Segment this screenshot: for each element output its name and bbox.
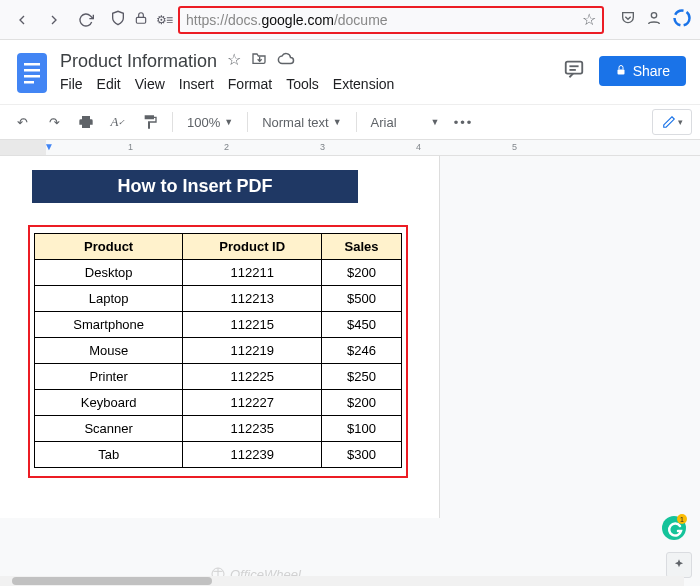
table-cell[interactable]: 112211 [183, 260, 322, 286]
table-row[interactable]: Tab112239$300 [35, 442, 402, 468]
table-cell[interactable]: 112239 [183, 442, 322, 468]
forward-button[interactable] [40, 6, 68, 34]
back-button[interactable] [8, 6, 36, 34]
table-cell[interactable]: Keyboard [35, 390, 183, 416]
undo-button[interactable]: ↶ [8, 108, 36, 136]
ruler[interactable]: ▼ 1 2 3 4 5 [0, 140, 700, 156]
table-cell[interactable]: $246 [322, 338, 402, 364]
explore-button[interactable] [666, 552, 692, 578]
comments-icon[interactable] [563, 58, 585, 84]
bookmark-star-icon[interactable]: ☆ [582, 10, 596, 29]
ruler-tick: 4 [416, 142, 421, 152]
ruler-tick: 3 [320, 142, 325, 152]
toolbar: ↶ ↷ A✓ 100%▼ Normal text▼ Arial▼ ••• ▾ [0, 104, 700, 140]
font-dropdown[interactable]: Arial▼ [365, 115, 446, 130]
svg-rect-4 [24, 63, 40, 66]
table-cell[interactable]: 112235 [183, 416, 322, 442]
zoom-dropdown[interactable]: 100%▼ [181, 115, 239, 130]
col-header[interactable]: Sales [322, 234, 402, 260]
redo-button[interactable]: ↷ [40, 108, 68, 136]
menu-file[interactable]: File [60, 76, 83, 92]
table-cell[interactable]: $300 [322, 442, 402, 468]
more-tools-button[interactable]: ••• [450, 108, 478, 136]
reload-button[interactable] [72, 6, 100, 34]
address-bar[interactable]: https://docs.google.com/docume ☆ [178, 6, 604, 34]
data-table[interactable]: Product Product ID Sales Desktop112211$2… [34, 233, 402, 468]
svg-point-1 [651, 12, 656, 17]
table-cell[interactable]: $250 [322, 364, 402, 390]
table-cell[interactable]: Tab [35, 442, 183, 468]
table-cell[interactable]: Desktop [35, 260, 183, 286]
table-cell[interactable]: Mouse [35, 338, 183, 364]
table-row[interactable]: Desktop112211$200 [35, 260, 402, 286]
table-cell[interactable]: 112225 [183, 364, 322, 390]
svg-text:1: 1 [680, 516, 684, 523]
table-row[interactable]: Printer112225$250 [35, 364, 402, 390]
pocket-icon[interactable] [620, 10, 636, 30]
share-button[interactable]: Share [599, 56, 686, 86]
account-icon[interactable] [646, 10, 662, 30]
data-table-highlight: Product Product ID Sales Desktop112211$2… [28, 225, 408, 478]
table-cell[interactable]: 112215 [183, 312, 322, 338]
table-cell[interactable]: $450 [322, 312, 402, 338]
col-header[interactable]: Product ID [183, 234, 322, 260]
table-cell[interactable]: Smartphone [35, 312, 183, 338]
table-row[interactable]: Mouse112219$246 [35, 338, 402, 364]
permissions-icon[interactable]: ⚙≡ [156, 13, 172, 27]
svg-point-2 [675, 10, 690, 25]
table-row[interactable]: Scanner112235$100 [35, 416, 402, 442]
menu-view[interactable]: View [135, 76, 165, 92]
table-cell[interactable]: Laptop [35, 286, 183, 312]
paint-format-button[interactable] [136, 108, 164, 136]
shield-icon[interactable] [110, 10, 126, 30]
table-cell[interactable]: $100 [322, 416, 402, 442]
document-title[interactable]: Product Information [60, 51, 217, 72]
grammarly-icon[interactable]: 1 [660, 514, 688, 542]
table-cell[interactable]: Scanner [35, 416, 183, 442]
menu-edit[interactable]: Edit [97, 76, 121, 92]
svg-rect-3 [17, 53, 47, 93]
spellcheck-button[interactable]: A✓ [104, 108, 132, 136]
table-cell[interactable]: 112219 [183, 338, 322, 364]
docs-logo-icon[interactable] [14, 50, 50, 96]
url-text: https://docs.google.com/docume [186, 12, 388, 28]
browser-chrome: ⚙≡ https://docs.google.com/docume ☆ [0, 0, 700, 40]
table-row[interactable]: Keyboard112227$200 [35, 390, 402, 416]
editing-mode-button[interactable]: ▾ [652, 109, 692, 135]
menu-bar: File Edit View Insert Format Tools Exten… [60, 76, 553, 92]
svg-rect-0 [136, 17, 145, 23]
share-label: Share [633, 63, 670, 79]
scrollbar-thumb[interactable] [12, 577, 212, 585]
ruler-tick: 2 [224, 142, 229, 152]
svg-rect-8 [565, 62, 582, 74]
menu-insert[interactable]: Insert [179, 76, 214, 92]
menu-tools[interactable]: Tools [286, 76, 319, 92]
section-heading[interactable]: How to Insert PDF [32, 170, 358, 203]
ruler-tick: 5 [512, 142, 517, 152]
table-cell[interactable]: $200 [322, 260, 402, 286]
col-header[interactable]: Product [35, 234, 183, 260]
horizontal-scrollbar[interactable] [0, 576, 684, 586]
extension-icon[interactable] [672, 8, 692, 32]
lock-icon [615, 63, 627, 79]
page: How to Insert PDF Product Product ID Sal… [0, 156, 440, 518]
table-row[interactable]: Laptop112213$500 [35, 286, 402, 312]
menu-extensions[interactable]: Extension [333, 76, 394, 92]
ruler-tick: 1 [128, 142, 133, 152]
move-icon[interactable] [251, 50, 267, 72]
cloud-status-icon[interactable] [277, 50, 295, 72]
svg-rect-11 [617, 70, 624, 75]
table-cell[interactable]: Printer [35, 364, 183, 390]
svg-rect-6 [24, 75, 40, 78]
lock-icon[interactable] [134, 11, 148, 29]
table-cell[interactable]: $500 [322, 286, 402, 312]
star-icon[interactable]: ☆ [227, 50, 241, 72]
menu-format[interactable]: Format [228, 76, 272, 92]
print-button[interactable] [72, 108, 100, 136]
table-cell[interactable]: 112213 [183, 286, 322, 312]
document-canvas[interactable]: How to Insert PDF Product Product ID Sal… [0, 156, 700, 586]
style-dropdown[interactable]: Normal text▼ [256, 115, 347, 130]
table-row[interactable]: Smartphone112215$450 [35, 312, 402, 338]
table-cell[interactable]: $200 [322, 390, 402, 416]
table-cell[interactable]: 112227 [183, 390, 322, 416]
